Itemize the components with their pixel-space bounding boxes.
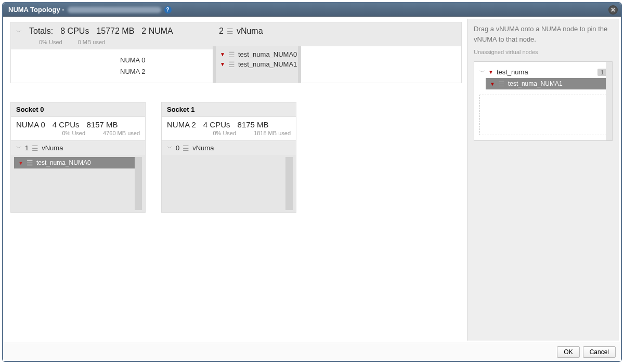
sockets-row: Socket 0 NUMA 0 4 CPUs 8157 MB 0% Used 4… [10, 102, 462, 213]
close-icon[interactable]: ✕ [608, 5, 618, 15]
numa-node-item: NUMA 2 [120, 66, 206, 77]
chevron-down-icon[interactable]: ﹀ [16, 28, 22, 36]
socket-mem: 8175 MB [238, 120, 269, 129]
totals-cpus: 8 CPUs [60, 27, 89, 36]
numa-node-list: NUMA 0 NUMA 2 [11, 49, 213, 83]
chevron-down-icon[interactable]: ﹀ [167, 144, 173, 152]
stack-icon: ☰ [183, 145, 189, 152]
tree-root[interactable]: ﹀ ▼ test_numa 1 [478, 66, 608, 78]
totals-sub: 0% Used 0 MB used [11, 38, 213, 49]
socket-panel: Socket 0 NUMA 0 4 CPUs 8157 MB 0% Used 4… [10, 102, 146, 213]
socket-mem-used: 1818 MB used [254, 130, 291, 136]
totals-mem: 15772 MB [96, 27, 134, 36]
triangle-down-icon: ▼ [18, 160, 23, 166]
totals-pct-used: 0% Used [39, 39, 62, 45]
triangle-down-icon: ▼ [220, 61, 225, 67]
side-subtitle: Unassigned virtual nodes [474, 49, 613, 55]
socket-vnuma-header[interactable]: ﹀ 0 ☰ vNuma [162, 140, 296, 155]
socket-cpus: 4 CPUs [53, 120, 80, 129]
vnuma-list[interactable]: ▼ ☰ test_numa_NUMA0 ▼ ☰ test_numa_NUMA1 [213, 46, 301, 83]
socket-vnuma-count: 0 [176, 144, 179, 152]
triangle-down-icon: ▼ [220, 51, 225, 57]
virtual-nodes-panel: ﹀ ▼ test_numa 1 ▼ ☰ test_numa_NUMA1 [474, 61, 613, 141]
pinned-vnuma-label: test_numa_NUMA0 [36, 159, 91, 166]
triangle-down-icon: ▼ [488, 69, 493, 75]
socket-vnuma-header[interactable]: ﹀ 1 ☰ vNuma [11, 140, 145, 155]
socket-mem: 8157 MB [87, 120, 118, 129]
dialog-title: NUMA Topology - [8, 6, 64, 14]
dialog-body: ﹀ Totals: 8 CPUs 15772 MB 2 NUMA 0% Used… [3, 17, 621, 343]
ok-button[interactable]: OK [557, 346, 579, 358]
tree-root-label: test_numa [497, 68, 528, 76]
dialog: NUMA Topology - ? ✕ ﹀ Totals: 8 CPUs 157… [2, 2, 622, 362]
numa-node-item: NUMA 0 [120, 55, 206, 66]
tree-child[interactable]: ▼ ☰ test_numa_NUMA1 [486, 78, 608, 89]
vnuma-count: 2 [219, 27, 224, 36]
socket-dropzone[interactable] [162, 155, 296, 212]
socket-vnuma-count: 1 [25, 144, 29, 152]
stack-icon: ☰ [27, 159, 33, 166]
scrollbar[interactable] [285, 157, 293, 210]
socket-pct-used: 0% Used [213, 130, 236, 136]
totals-block: ﹀ Totals: 8 CPUs 15772 MB 2 NUMA 0% Used… [10, 22, 462, 83]
stack-icon: ☰ [498, 80, 505, 87]
vnuma-item[interactable]: ▼ ☰ test_numa_NUMA0 [220, 49, 294, 59]
totals-header: ﹀ Totals: 8 CPUs 15772 MB 2 NUMA [11, 22, 213, 38]
stack-icon: ☰ [227, 28, 233, 35]
main-area: ﹀ Totals: 8 CPUs 15772 MB 2 NUMA 0% Used… [5, 19, 467, 341]
help-icon[interactable]: ? [164, 6, 172, 14]
hostname-blurred [68, 7, 161, 13]
socket-node: NUMA 2 [167, 120, 196, 129]
side-hint: Drag a vNUMA onto a NUMA node to pin the… [474, 24, 613, 45]
socket-title: Socket 1 [162, 102, 296, 117]
triangle-down-icon: ▼ [490, 81, 495, 87]
titlebar[interactable]: NUMA Topology - ? ✕ [3, 3, 621, 17]
unassigned-dropzone[interactable] [479, 95, 607, 135]
cancel-button[interactable]: Cancel [583, 346, 616, 358]
socket-node: NUMA 0 [16, 120, 45, 129]
tree-child-label: test_numa_NUMA1 [508, 80, 563, 87]
scrollbar[interactable] [135, 157, 142, 210]
vnuma-header: 2 ☰ vNuma [213, 22, 461, 46]
vnuma-item-label: test_numa_NUMA0 [238, 50, 297, 58]
side-panel: Drag a vNUMA onto a NUMA node to pin the… [467, 19, 619, 341]
socket-panel: Socket 1 NUMA 2 4 CPUs 8175 MB 0% Used 1… [161, 102, 296, 213]
totals-mem-used: 0 MB used [78, 39, 106, 45]
pinned-vnuma[interactable]: ▼ ☰ test_numa_NUMA0 [14, 157, 135, 168]
socket-title: Socket 0 [11, 102, 145, 117]
vnuma-item-label: test_numa_NUMA1 [238, 60, 297, 68]
socket-mem-used: 4760 MB used [103, 130, 140, 136]
socket-pct-used: 0% Used [62, 130, 85, 136]
stack-icon: ☰ [32, 145, 38, 152]
totals-numa: 2 NUMA [141, 27, 173, 36]
socket-vnuma-label: vNuma [192, 144, 214, 152]
socket-cpus: 4 CPUs [203, 120, 230, 129]
socket-dropzone[interactable]: ▼ ☰ test_numa_NUMA0 [11, 155, 145, 212]
vnuma-label: vNuma [237, 27, 263, 36]
totals-label: Totals: [29, 27, 53, 36]
stack-icon: ☰ [228, 61, 235, 68]
stack-icon: ☰ [228, 51, 235, 58]
vnuma-item[interactable]: ▼ ☰ test_numa_NUMA1 [220, 59, 294, 69]
chevron-down-icon[interactable]: ﹀ [16, 144, 22, 152]
scrollbar[interactable] [606, 62, 612, 140]
chevron-down-icon[interactable]: ﹀ [479, 68, 485, 76]
dialog-footer: OK Cancel [3, 343, 621, 361]
socket-vnuma-label: vNuma [42, 144, 63, 152]
